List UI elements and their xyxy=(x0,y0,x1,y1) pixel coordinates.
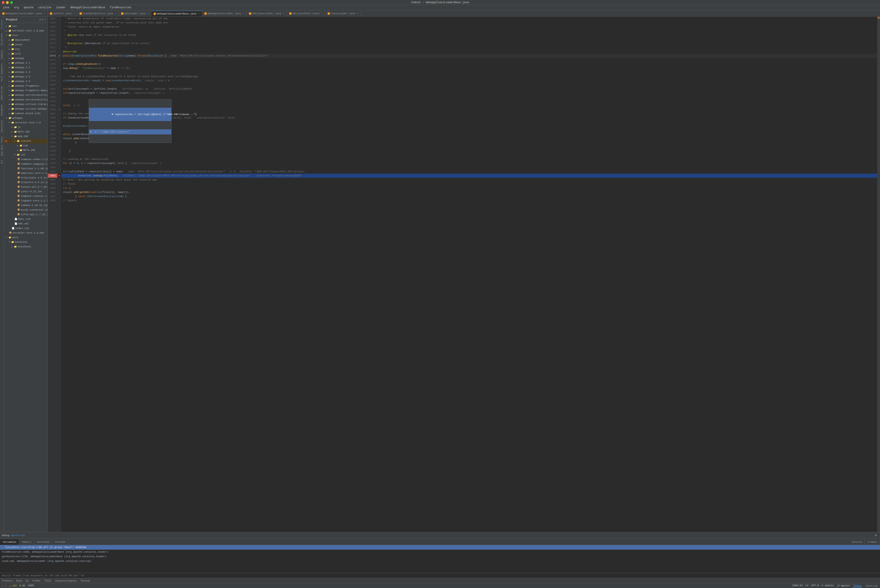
panel-tab-art[interactable]: Art xyxy=(0,158,4,166)
tree-item-metainf2[interactable]: ▶ 📁 META-INF xyxy=(4,148,48,153)
panel-tab-pull-requests[interactable]: Pull Requests xyxy=(0,62,4,83)
tree-item-jar-10[interactable]: 📦 logback-core-1.2.3.jar xyxy=(4,198,48,203)
tree-item-webappvirtlib[interactable]: ▶ 📁 webapp-virtual-library xyxy=(4,102,48,106)
tree-item-jar-6[interactable]: 📦 httpcore-4.4.13.jar xyxy=(4,180,48,184)
menu-apache[interactable]: apache xyxy=(23,6,34,9)
tree-item-jar-2[interactable]: 📦 commons-logging-1.2.jar xyxy=(4,162,48,166)
tree-item-webapp22[interactable]: ▶ 📁 webapp-2.2 xyxy=(4,61,48,65)
tree-item-jar-7[interactable]: 📦 hutool-all-5.7.20.jar xyxy=(4,184,48,189)
tree-item-test[interactable]: ▼ 📁 test xyxy=(4,33,48,38)
tab-close-icon[interactable]: × xyxy=(283,12,284,15)
menu-catalina[interactable]: catalina xyxy=(37,6,53,9)
tree-item-webappvirtweb[interactable]: ▶ 📁 webapp-virtual-webapp xyxy=(4,106,48,111)
menu-java[interactable]: java xyxy=(2,6,11,9)
tree-item-js[interactable]: ▶ 📁 js xyxy=(4,125,48,129)
tab-close-icon[interactable]: × xyxy=(44,12,45,15)
tree-item-webapp24[interactable]: ▶ 📁 webapp-2.4 xyxy=(4,70,48,74)
panel-tab-commits[interactable]: Commits xyxy=(0,48,4,61)
tab-close-icon[interactable]: × xyxy=(243,12,244,15)
window-controls[interactable] xyxy=(2,1,13,4)
tree-item-jar-13[interactable]: 📦 slf4j-api-1.7.25.jar xyxy=(4,212,48,217)
tooltip-item-0[interactable]: ▶ 0 = "/WEB-INF/classes/" xyxy=(89,129,171,134)
tree-item-jar-8[interactable]: 📦 junit-4.12.jar xyxy=(4,189,48,194)
tab-close-icon[interactable]: × xyxy=(73,12,75,15)
tree-item-classes[interactable]: ▶ 📁 classes ◀ xyxy=(4,139,48,143)
menu-org[interactable]: org xyxy=(13,6,20,9)
tab-close-icon[interactable]: × xyxy=(321,12,323,15)
tab-webappclassloaderbase[interactable]: WebappClassLoaderBase.java × xyxy=(151,11,202,16)
debug-tab-memory[interactable]: Memory xyxy=(19,539,34,545)
debug-tab-overhead[interactable]: Overhead xyxy=(34,539,52,545)
menu-loader[interactable]: loader xyxy=(55,6,67,9)
tree-item-catalina[interactable]: ▼ 📁 Catalina xyxy=(4,240,48,244)
tree-item-jar-5[interactable]: 📦 httpclient-4.5.13.jar xyxy=(4,176,48,180)
debug-tab-threads[interactable]: Threads xyxy=(52,539,69,545)
profiler-btn[interactable]: Profiler xyxy=(32,579,41,582)
tab-standardcontext[interactable]: StandardContext.java × xyxy=(77,11,119,16)
tree-item-util[interactable]: ▶ 📁 util xyxy=(4,51,48,56)
tree-item-lib[interactable]: ▼ 📁 lib xyxy=(4,153,48,157)
debug-tab-variables[interactable]: Variables xyxy=(0,539,19,545)
tree-item-metainf[interactable]: ▶ 📁 META-INF xyxy=(4,129,48,134)
panel-tab-structure[interactable]: Structure xyxy=(0,31,4,47)
tree-item-javax[interactable]: ▶ 📁 javax xyxy=(4,42,48,47)
debug-sub-frames[interactable]: Frames xyxy=(865,539,880,545)
tree-item-localhost[interactable]: ▶ 📁 localhost xyxy=(4,244,48,249)
editor-content[interactable]: 1564 1565 1566 1567 1568 1569 1570 1571 … xyxy=(48,16,880,532)
tab-urlclassloader[interactable]: URLClassLoader.java × xyxy=(247,11,287,16)
tree-item-webappservletsecurity2[interactable]: ▶ 📁 webapp-servletsecurity2 xyxy=(4,98,48,102)
tree-item-jar-11[interactable]: 📦 lombok-1.18.16.jar xyxy=(4,203,48,208)
tree-item-res[interactable]: ▶ 📁 res xyxy=(4,24,48,28)
git-btn[interactable]: Git xyxy=(25,579,30,582)
tab-context[interactable]: Context.java × xyxy=(48,11,77,16)
tree-item-indexjsp[interactable]: 📄 index.jsp xyxy=(4,226,48,231)
sidebar-layout-icon[interactable]: ≡ xyxy=(42,18,44,21)
tree-item-myel[interactable]: 📄 MyEL.tld xyxy=(4,217,48,221)
panel-tab-favorites[interactable]: Favorites xyxy=(0,118,4,134)
sequence-btn[interactable]: Sequence Diagram xyxy=(54,579,77,582)
debug-sub-console[interactable]: Console xyxy=(849,539,865,545)
tree-item-webapp[interactable]: ▶ 📁 webapp xyxy=(4,56,48,61)
panel-tab-database[interactable]: Database xyxy=(0,103,4,118)
tree-item-jar-4[interactable]: 📦 hamcrest-core-1.3.jar xyxy=(4,171,48,176)
maximize-button[interactable] xyxy=(10,1,13,4)
tab-classloader[interactable]: ClassLoader.java × xyxy=(325,11,361,16)
build-btn[interactable]: Build xyxy=(15,579,23,582)
todo-btn[interactable]: TODO xyxy=(43,579,53,582)
tree-item-war[interactable]: 📦 servelet-test-1.0.war xyxy=(4,231,48,235)
tree-item-webapp23[interactable]: ▶ 📁 webapp-2.3 xyxy=(4,65,48,70)
tab-urlclasspath[interactable]: URLClassPath.class × xyxy=(287,11,325,16)
tab-close-icon[interactable]: × xyxy=(147,12,149,15)
tree-item-webappfrag2[interactable]: ▶ 📁 webapp-fragments-empty-absolute-or xyxy=(4,88,48,93)
problems-btn[interactable]: Problems xyxy=(1,579,14,582)
tree-item-webinf[interactable]: ▼ 📁 WEB-INF xyxy=(4,134,48,139)
tab-webappclassloader[interactable]: WebappClassLoader.java × xyxy=(202,11,247,16)
menu-method[interactable]: findResources xyxy=(109,6,132,9)
tree-item-webxml[interactable]: 📄 web.xml xyxy=(4,221,48,226)
debug-frame-3[interactable]: load:136, WebappServiceLoader (org.apach… xyxy=(0,559,880,563)
menu-class[interactable]: WebappClassLoaderBase xyxy=(69,6,106,9)
filter-button[interactable]: ▼ xyxy=(874,533,878,537)
tab-webappserviceloader[interactable]: WebappServiceLoader.java × xyxy=(0,11,48,16)
tree-item-jar-1[interactable]: 📦 commons-codec-1.11.jar xyxy=(4,157,48,162)
tree-item-bak[interactable]: ▶ 📁 servelet-test-1.0_bak xyxy=(4,28,48,33)
sidebar-gear-icon[interactable]: ⚙ xyxy=(39,18,41,21)
tree-item-org[interactable]: ▶ 📁 org xyxy=(4,47,48,51)
tab-webloader[interactable]: WebLoader.java × xyxy=(119,11,151,16)
tree-item-webappservletsecurity[interactable]: ▶ 📁 webapp-servletsecurity xyxy=(4,93,48,98)
tab-close-icon[interactable]: × xyxy=(357,12,358,15)
terminal-btn[interactable]: Terminal xyxy=(80,579,91,582)
tree-item-buildlibs[interactable]: ▶ 📁 tomcat-build-libs xyxy=(4,111,48,116)
tree-item-work[interactable]: ▼ 📁 work xyxy=(4,235,48,240)
tab-close-icon[interactable]: × xyxy=(198,12,200,15)
sidebar-close-icon[interactable]: × xyxy=(44,18,46,21)
tree-item-com[interactable]: ▶ 📁 com xyxy=(4,143,48,148)
panel-tab-project[interactable]: Project xyxy=(0,18,4,31)
tree-item-webappfrag[interactable]: ▶ 📁 webapp-fragments xyxy=(4,84,48,88)
debug-frame-1[interactable]: findResources:1600, WebappClassLoaderBas… xyxy=(0,550,880,554)
debug-frame-running[interactable]: ✓ "localhost-startStop-1"@1,877 in group… xyxy=(0,545,880,550)
panel-tab-big-data[interactable]: Big Data Tools xyxy=(0,135,4,158)
debug-frame-2[interactable]: getResources:1733, WebappClassLoaderBase… xyxy=(0,554,880,559)
close-button[interactable] xyxy=(2,1,5,4)
tree-item-webapp25[interactable]: ▶ 📁 webapp-2.5 xyxy=(4,74,48,79)
